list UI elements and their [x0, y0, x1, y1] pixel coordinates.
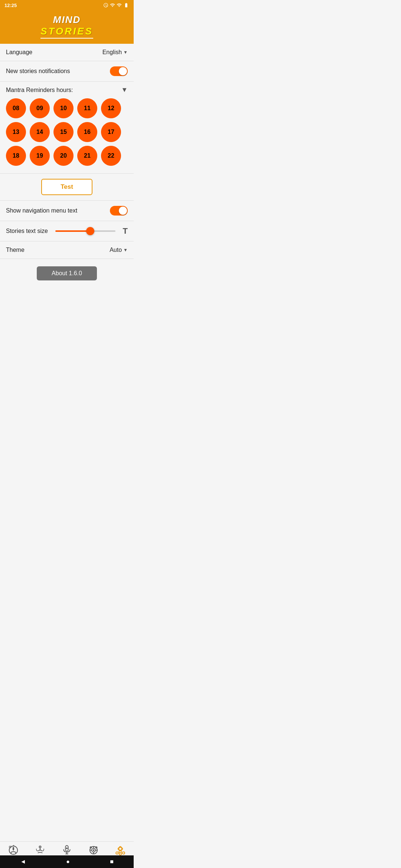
nav-text-row: Show navigation menu text — [0, 201, 134, 221]
hours-grid: 080910111213141516171819202122 — [6, 98, 128, 170]
notifications-label: New stories notifications — [6, 68, 70, 75]
mantra-reminders-section: Mantra Reminders hours: ▼ 08091011121314… — [0, 82, 134, 174]
mantra-header: Mantra Reminders hours: ▼ — [6, 86, 128, 94]
logo-stories: STORIES — [40, 26, 93, 37]
hour-chip-14[interactable]: 14 — [30, 122, 50, 142]
nav-text-label: Show navigation menu text — [6, 207, 77, 214]
hour-chip-15[interactable]: 15 — [53, 122, 74, 142]
signal-icon — [117, 3, 122, 8]
text-size-icon: T — [123, 226, 128, 236]
hour-chip-08[interactable]: 08 — [6, 98, 26, 118]
notifications-row: New stories notifications — [0, 61, 134, 82]
hour-chip-09[interactable]: 09 — [30, 98, 50, 118]
language-label: Language — [6, 49, 32, 56]
about-row: About 1.6.0 — [0, 259, 134, 288]
notifications-toggle-track — [110, 66, 128, 76]
theme-label: Theme — [6, 247, 25, 253]
alarm-icon — [103, 3, 108, 8]
wifi-icon — [110, 3, 115, 8]
text-size-label: Stories text size — [6, 228, 48, 234]
status-bar: 12:25 — [0, 0, 134, 10]
nav-text-toggle-track — [110, 206, 128, 216]
hour-chip-16[interactable]: 16 — [77, 122, 97, 142]
settings-content: Language English ▼ New stories notificat… — [0, 44, 134, 318]
logo-underline — [40, 38, 93, 39]
hour-chip-21[interactable]: 21 — [77, 146, 97, 166]
battery-icon — [123, 3, 129, 8]
test-button[interactable]: Test — [41, 179, 92, 195]
language-row: Language English ▼ — [0, 44, 134, 61]
theme-value: Auto — [110, 247, 122, 253]
hour-chip-13[interactable]: 13 — [6, 122, 26, 142]
nav-text-toggle[interactable] — [110, 206, 128, 216]
text-size-slider-container — [55, 227, 115, 235]
hour-chip-17[interactable]: 17 — [101, 122, 121, 142]
hour-chip-22[interactable]: 22 — [101, 146, 121, 166]
about-button[interactable]: About 1.6.0 — [37, 266, 97, 280]
notifications-toggle[interactable] — [110, 66, 128, 76]
language-value: English — [102, 49, 122, 56]
app-header: MIND STORIES — [0, 10, 134, 44]
test-button-row: Test — [0, 174, 134, 201]
slider-track — [55, 230, 115, 232]
language-dropdown-arrow: ▼ — [123, 50, 128, 55]
hour-chip-12[interactable]: 12 — [101, 98, 121, 118]
nav-text-toggle-thumb — [119, 207, 127, 215]
mantra-dropdown-arrow[interactable]: ▼ — [121, 86, 128, 94]
hour-chip-20[interactable]: 20 — [53, 146, 74, 166]
hour-chip-18[interactable]: 18 — [6, 146, 26, 166]
mantra-label: Mantra Reminders hours: — [6, 87, 73, 93]
hour-chip-10[interactable]: 10 — [53, 98, 74, 118]
hour-chip-19[interactable]: 19 — [30, 146, 50, 166]
theme-dropdown[interactable]: Auto ▼ — [110, 247, 128, 253]
status-icons — [103, 3, 129, 8]
text-size-row: Stories text size T — [0, 221, 134, 241]
slider-thumb[interactable] — [86, 227, 94, 235]
time: 12:25 — [4, 3, 17, 8]
hour-chip-11[interactable]: 11 — [77, 98, 97, 118]
theme-row: Theme Auto ▼ — [0, 241, 134, 259]
logo-mind: MIND — [40, 14, 93, 26]
app-logo: MIND STORIES — [40, 14, 93, 39]
notifications-toggle-thumb — [119, 67, 127, 75]
theme-dropdown-arrow: ▼ — [123, 247, 128, 253]
language-dropdown[interactable]: English ▼ — [102, 49, 128, 56]
